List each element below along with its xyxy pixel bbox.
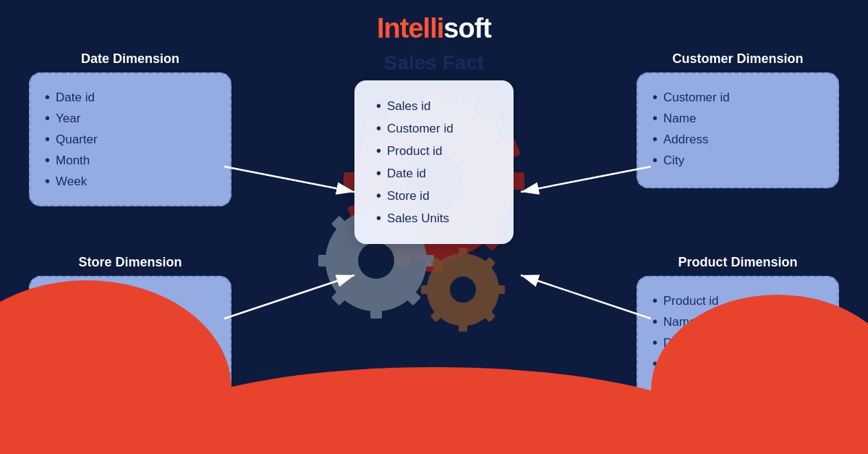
sales-fact-list: Sales id Customer id Product id Date id …	[376, 95, 492, 230]
center-section: Sales Fact Sales id Customer id Product …	[231, 51, 637, 244]
header: Intellisoft	[0, 0, 868, 44]
date-dimension-section: Date Dimension Date id Year Quarter Mont…	[29, 51, 231, 206]
date-dim-item-4: Week	[45, 171, 216, 192]
sales-fact-item-2: Product id	[376, 140, 492, 162]
top-row: Date Dimension Date id Year Quarter Mont…	[0, 51, 868, 244]
sales-fact-item-3: Date id	[376, 162, 492, 185]
store-dimension-title: Store Dimension	[29, 255, 231, 270]
logo: Intellisoft	[0, 13, 868, 44]
customer-dim-item-2: Address	[652, 129, 823, 150]
customer-dim-item-3: City	[652, 150, 823, 171]
customer-dimension-section: Customer Dimension Customer id Name Addr…	[637, 51, 839, 188]
customer-dim-item-1: Name	[652, 108, 823, 129]
sales-fact-item-5: Sales Units	[376, 207, 492, 230]
sales-fact-box: Sales id Customer id Product id Date id …	[354, 80, 514, 244]
date-dimension-title: Date Dimension	[29, 51, 231, 67]
logo-part2: soft	[443, 13, 491, 43]
date-dim-item-0: Date id	[45, 87, 216, 108]
date-dim-item-2: Quarter	[45, 129, 216, 150]
date-dim-item-1: Year	[45, 108, 216, 129]
date-dimension-list: Date id Year Quarter Month Week	[45, 87, 216, 192]
sales-fact-item-0: Sales id	[376, 95, 492, 117]
sales-fact-item-1: Customer id	[376, 117, 492, 140]
customer-dimension-list: Customer id Name Address City	[652, 87, 823, 171]
date-dim-item-3: Month	[45, 150, 216, 171]
sales-fact-title: Sales Fact	[384, 51, 485, 75]
customer-dim-item-0: Customer id	[652, 87, 823, 108]
sales-fact-item-4: Store id	[376, 185, 492, 207]
customer-dimension-title: Customer Dimension	[637, 51, 839, 67]
logo-part1: Intelli	[377, 13, 443, 43]
date-dimension-box: Date id Year Quarter Month Week	[29, 72, 231, 206]
customer-dimension-box: Customer id Name Address City	[637, 72, 839, 188]
product-dimension-title: Product Dimension	[637, 255, 839, 270]
